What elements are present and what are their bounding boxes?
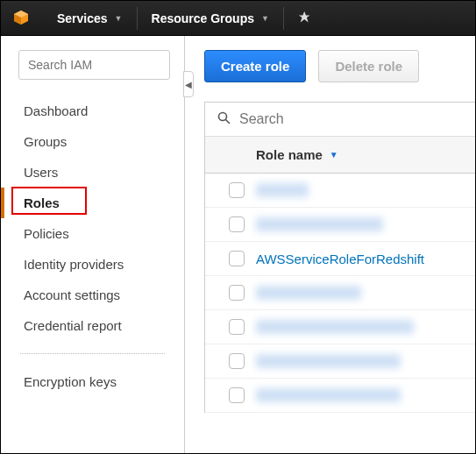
role-name-cell	[256, 354, 463, 368]
sidebar-nav: Dashboard Groups Users Roles Policies Id…	[1, 96, 184, 341]
masked-role-name	[256, 183, 309, 197]
table-row	[205, 379, 475, 413]
svg-point-3	[219, 113, 227, 121]
role-name-cell	[256, 388, 463, 402]
table-header: Role name ▼	[205, 137, 475, 174]
sidebar: Dashboard Groups Users Roles Policies Id…	[1, 36, 185, 453]
role-name-cell	[256, 320, 463, 334]
sort-descending-icon: ▼	[330, 150, 338, 160]
search-input[interactable]	[18, 50, 170, 80]
masked-role-name	[256, 388, 401, 402]
table-row: AWSServiceRoleForRedshift	[205, 242, 475, 276]
role-link[interactable]: AWSServiceRoleForRedshift	[256, 252, 424, 266]
aws-logo-icon[interactable]	[11, 9, 31, 28]
role-name-cell	[256, 286, 463, 300]
row-checkbox[interactable]	[229, 319, 245, 335]
nav-resource-groups-label: Resource Groups	[152, 11, 254, 25]
row-checkbox[interactable]	[229, 353, 245, 369]
table-row	[205, 276, 475, 310]
row-checkbox[interactable]	[229, 387, 245, 403]
role-name-cell	[256, 183, 463, 197]
sidebar-item-dashboard[interactable]: Dashboard	[1, 96, 184, 126]
row-checkbox-cell	[217, 182, 256, 198]
nav-separator	[137, 7, 138, 30]
table-row	[205, 310, 475, 344]
row-checkbox[interactable]	[229, 216, 245, 232]
row-checkbox-cell	[217, 319, 256, 335]
role-name-cell	[256, 217, 463, 231]
column-role-name-label: Role name	[256, 147, 323, 162]
sidebar-item-policies[interactable]: Policies	[1, 218, 184, 249]
role-name-cell: AWSServiceRoleForRedshift	[256, 252, 463, 266]
sidebar-item-account-settings[interactable]: Account settings	[1, 280, 184, 310]
svg-line-4	[226, 120, 231, 124]
action-buttons: Create role Delete role	[204, 50, 475, 82]
masked-role-name	[256, 320, 414, 334]
table-row	[205, 344, 475, 379]
content-area: Dashboard Groups Users Roles Policies Id…	[1, 36, 475, 453]
nav-separator	[283, 7, 284, 30]
delete-role-button[interactable]: Delete role	[318, 50, 419, 82]
masked-role-name	[256, 354, 401, 368]
sidebar-item-roles[interactable]: Roles	[1, 188, 184, 218]
table-row	[205, 174, 475, 208]
table-row	[205, 208, 475, 242]
row-checkbox[interactable]	[229, 182, 245, 198]
sidebar-nav-secondary: Encryption keys	[1, 366, 184, 397]
row-checkbox-cell	[217, 353, 256, 369]
sidebar-item-credential-report[interactable]: Credential report	[1, 310, 184, 341]
create-role-button[interactable]: Create role	[204, 50, 306, 82]
table-search-bar	[205, 103, 475, 137]
table-search-input[interactable]	[239, 111, 463, 127]
column-role-name-header[interactable]: Role name ▼	[256, 147, 463, 162]
main-panel: Create role Delete role Role name ▼ AWSS…	[185, 36, 475, 453]
nav-services-label: Services	[57, 11, 108, 25]
sidebar-item-encryption-keys[interactable]: Encryption keys	[1, 366, 184, 397]
masked-role-name	[256, 217, 383, 231]
sidebar-item-users[interactable]: Users	[1, 157, 184, 188]
top-nav: Services ▼ Resource Groups ▼	[1, 1, 475, 36]
search-icon	[217, 111, 231, 127]
nav-services[interactable]: Services ▼	[46, 1, 133, 36]
row-checkbox-cell	[217, 251, 256, 266]
nav-resource-groups[interactable]: Resource Groups ▼	[141, 1, 280, 36]
row-checkbox-cell	[217, 285, 256, 301]
masked-role-name	[256, 286, 361, 300]
row-checkbox-cell	[217, 216, 256, 232]
sidebar-divider	[20, 353, 165, 354]
row-checkbox[interactable]	[229, 285, 245, 301]
pin-icon[interactable]	[288, 11, 321, 25]
chevron-down-icon: ▼	[115, 14, 123, 23]
row-checkbox-cell	[217, 387, 256, 403]
sidebar-item-groups[interactable]: Groups	[1, 126, 184, 157]
sidebar-item-identity-providers[interactable]: Identity providers	[1, 249, 184, 280]
row-checkbox[interactable]	[229, 251, 245, 266]
roles-table: Role name ▼ AWSServiceRoleForRedshift	[204, 102, 475, 413]
chevron-down-icon: ▼	[261, 14, 269, 23]
